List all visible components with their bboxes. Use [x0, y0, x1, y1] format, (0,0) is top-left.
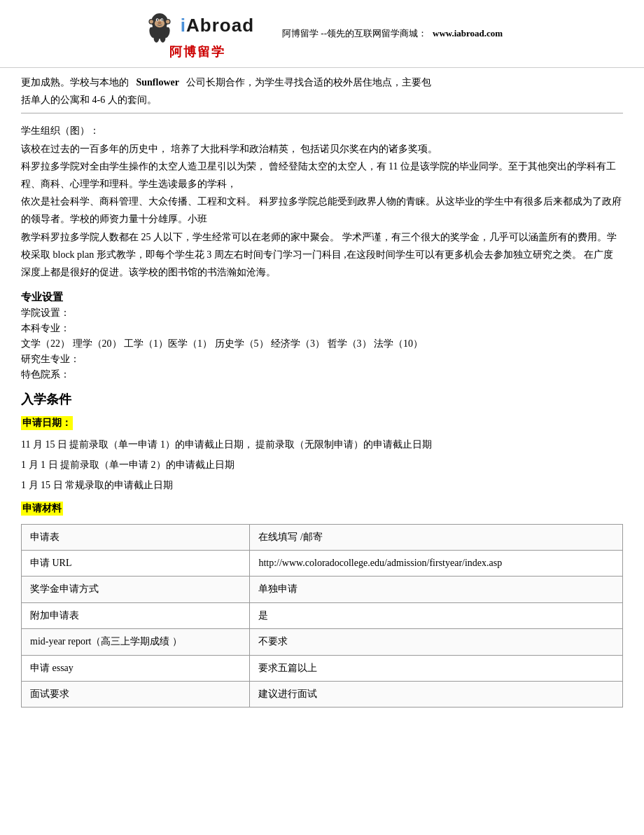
- table-cell-value: 是: [250, 602, 623, 628]
- tagline-text: 阿博留学 --领先的互联网留学商城：: [282, 27, 427, 40]
- svg-point-5: [157, 20, 158, 21]
- student-org-para1: 该校在过去的一百多年的历史中， 培养了大批科学和政治精英， 包括诺贝尔奖在内的诸…: [21, 140, 623, 158]
- intro-before-sunflower: 更加成熟。学校与本地的: [21, 77, 129, 88]
- student-org-section: 学生组织（图）： 该校在过去的一百多年的历史中， 培养了大批科学和政治精英， 包…: [21, 122, 623, 281]
- page-wrapper: iAbroad 阿博留学 阿博留学 --领先的互联网留学商城： www.iabr…: [0, 0, 644, 722]
- apply-date-label: 申请日期：: [21, 416, 73, 430]
- table-row: 申请 essay要求五篇以上: [22, 655, 623, 681]
- materials-label: 申请材料: [21, 502, 63, 516]
- logo-chinese-text: 阿博留学: [169, 43, 225, 60]
- table-cell-label: 申请 essay: [22, 655, 250, 681]
- admission-title: 入学条件: [21, 391, 623, 408]
- svg-point-6: [161, 20, 162, 21]
- intro-paragraph: 更加成熟。学校与本地的 Sunflower 公司长期合作，为学生寻找合适的校外居…: [21, 74, 623, 113]
- logo-i: i: [181, 15, 186, 36]
- table-row: 面试要求建议进行面试: [22, 681, 623, 707]
- table-row: mid-year report（高三上学期成绩 ）不要求: [22, 629, 623, 655]
- intro-line2: 括单人的公寓和 4-6 人的套间。: [21, 95, 157, 105]
- table-row: 申请表在线填写 /邮寄: [22, 524, 623, 550]
- table-cell-value: http://www.coloradocollege.edu/admission…: [250, 551, 623, 577]
- table-cell-label: 附加申请表: [22, 602, 250, 628]
- student-org-title: 学生组织（图）：: [21, 122, 623, 139]
- student-org-para3: 依次是社会科学、商科管理、大众传播、工程和文科。 科罗拉多学院总能受到政界人物的…: [21, 193, 623, 228]
- page-header: iAbroad 阿博留学 阿博留学 --领先的互联网留学商城： www.iabr…: [0, 0, 644, 68]
- college-setup-label: 学院设置：: [21, 307, 623, 319]
- sunflower-text: Sunflower: [136, 77, 179, 88]
- undergrad-label: 本科专业：: [21, 322, 623, 335]
- logo-area: iAbroad 阿博留学: [141, 7, 254, 60]
- specialty-title: 专业设置: [21, 291, 623, 304]
- table-cell-label: 申请表: [22, 524, 250, 550]
- monkey-icon: [141, 7, 178, 43]
- materials-table: 申请表在线填写 /邮寄申请 URLhttp://www.coloradocoll…: [21, 524, 623, 708]
- table-cell-label: 申请 URL: [22, 551, 250, 577]
- table-cell-label: mid-year report（高三上学期成绩 ）: [22, 629, 250, 655]
- site-url: www.iabroad.com: [433, 28, 503, 39]
- table-cell-value: 要求五篇以上: [250, 655, 623, 681]
- admission-section: 入学条件 申请日期： 11 月 15 日 提前录取（单一申请 1）的申请截止日期…: [21, 391, 623, 708]
- date-item-3: 1 月 15 日 常规录取的申请截止日期: [21, 476, 623, 494]
- table-cell-value: 不要求: [250, 629, 623, 655]
- svg-point-8: [150, 20, 153, 23]
- table-cell-value: 建议进行面试: [250, 681, 623, 707]
- specialty-section: 专业设置 学院设置： 本科专业： 文学（22） 理学（20） 工学（1）医学（1…: [21, 291, 623, 381]
- special-label: 特色院系：: [21, 368, 623, 381]
- table-cell-value: 在线填写 /邮寄: [250, 524, 623, 550]
- date-item-1: 11 月 15 日 提前录取（单一申请 1）的申请截止日期， 提前录取（无限制申…: [21, 436, 623, 453]
- svg-point-15: [160, 34, 165, 43]
- header-tagline: 阿博留学 --领先的互联网留学商城： www.iabroad.com: [282, 27, 503, 40]
- table-row: 附加申请表是: [22, 602, 623, 628]
- grad-label: 研究生专业：: [21, 353, 623, 366]
- logo-text: iAbroad: [181, 15, 254, 36]
- student-org-para2: 科罗拉多学院对全由学生操作的太空人造卫星引以为荣， 曾经登陆太空的太空人，有 1…: [21, 158, 623, 193]
- majors-list: 文学（22） 理学（20） 工学（1）医学（1） 历史学（5） 经济学（3） 哲…: [21, 338, 623, 350]
- table-row: 奖学金申请方式单独申请: [22, 577, 623, 602]
- intro-after-sunflower: 公司长期合作，为学生寻找合适的校外居住地点，主要包: [186, 77, 431, 88]
- svg-point-14: [153, 34, 159, 43]
- student-org-para4: 教学科罗拉多学院人数都在 25 人以下，学生经常可以在老师的家中聚会。 学术严谨…: [21, 228, 623, 282]
- table-row: 申请 URLhttp://www.coloradocollege.edu/adm…: [22, 551, 623, 577]
- date-item-2: 1 月 1 日 提前录取（单一申请 2）的申请截止日期: [21, 456, 623, 474]
- main-content: 更加成熟。学校与本地的 Sunflower 公司长期合作，为学生寻找合适的校外居…: [0, 68, 644, 722]
- logo-abroad: Abroad: [186, 15, 254, 36]
- table-cell-value: 单独申请: [250, 577, 623, 602]
- table-cell-label: 面试要求: [22, 681, 250, 707]
- svg-point-10: [166, 20, 169, 23]
- logo-image-row: iAbroad: [141, 7, 254, 43]
- table-cell-label: 奖学金申请方式: [22, 577, 250, 602]
- svg-point-11: [158, 22, 161, 25]
